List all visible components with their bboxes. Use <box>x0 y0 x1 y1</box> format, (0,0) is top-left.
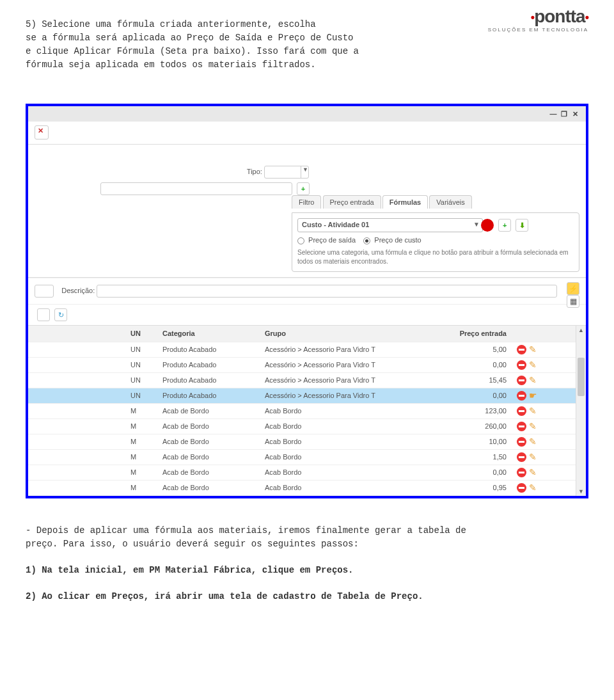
cell-grupo: Acab Bordo <box>265 407 425 415</box>
maximize-icon[interactable]: ❐ <box>560 110 569 118</box>
delete-icon[interactable] <box>517 406 526 416</box>
delete-icon[interactable] <box>517 376 526 385</box>
cell-grupo: Acessório > Acessorio Para Vidro T <box>265 376 425 384</box>
edit-icon[interactable] <box>529 376 539 385</box>
cancel-icon[interactable] <box>35 125 49 139</box>
table-row[interactable]: UNProduto AcabadoAcessório > Acessorio P… <box>28 342 586 358</box>
cell-grupo: Acessório > Acessorio Para Vidro T <box>265 392 425 399</box>
close-icon[interactable]: ✕ <box>571 110 579 118</box>
small-input[interactable] <box>35 285 54 298</box>
col-grupo[interactable]: Grupo <box>265 330 425 337</box>
col-un[interactable]: UN <box>124 330 162 337</box>
tab-filtro[interactable]: Filtro <box>292 195 321 209</box>
edit-icon[interactable] <box>529 452 539 462</box>
edit-icon[interactable] <box>529 360 539 370</box>
add-formula-icon[interactable]: + <box>498 219 511 232</box>
grid-icon[interactable] <box>567 295 579 308</box>
cell-preco: 123,00 <box>425 407 514 415</box>
cell-preco: 5,00 <box>425 346 514 353</box>
table-row[interactable]: UNProduto AcabadoAcessório > Acessorio P… <box>28 388 586 404</box>
cell-un: M <box>124 438 162 445</box>
radio-preco-custo[interactable] <box>363 237 370 244</box>
scrollbar-thumb[interactable] <box>578 358 585 396</box>
materials-grid: UN Categoria Grupo Preço entrada UNProdu… <box>28 326 586 496</box>
apply-formula-icon[interactable]: ⬇ <box>516 219 528 232</box>
cell-grupo: Acab Bordo <box>265 453 425 461</box>
add-icon[interactable]: + <box>297 182 310 195</box>
table-row[interactable]: MAcab de BordoAcab Bordo123,00 <box>28 404 586 419</box>
doc-step-2: 2) Ao clicar em Preços, irá abrir uma te… <box>26 590 588 603</box>
cell-un: UN <box>124 346 162 353</box>
cell-grupo: Acessório > Acessorio Para Vidro T <box>265 346 425 353</box>
refresh-icon[interactable] <box>54 308 67 321</box>
table-row[interactable]: MAcab de BordoAcab Bordo260,00 <box>28 419 586 434</box>
descricao-label: Descrição: <box>61 287 95 294</box>
cell-un: M <box>124 407 162 415</box>
cell-grupo: Acab Bordo <box>265 422 425 430</box>
table-row[interactable]: UNProduto AcabadoAcessório > Acessorio P… <box>28 373 586 388</box>
cell-un: UN <box>124 361 162 369</box>
delete-icon[interactable] <box>517 422 526 431</box>
cell-un: UN <box>124 392 162 399</box>
tipo-label: Tipo: <box>247 168 262 175</box>
cell-preco: 0,00 <box>425 468 514 476</box>
descricao-input[interactable] <box>97 285 557 298</box>
delete-icon[interactable] <box>517 468 526 477</box>
chevron-down-icon[interactable]: ▼ <box>473 221 480 228</box>
table-row[interactable]: UNProduto AcabadoAcessório > Acessorio P… <box>28 358 586 373</box>
table-row[interactable]: MAcab de BordoAcab Bordo1,50 <box>28 450 586 465</box>
chevron-down-icon[interactable]: ▼ <box>301 166 310 178</box>
cell-un: M <box>124 468 162 476</box>
tab-variaveis[interactable]: Variáveis <box>429 195 471 209</box>
cell-categoria: Acab de Bordo <box>162 407 265 415</box>
cell-un: M <box>124 484 162 491</box>
table-row[interactable]: MAcab de BordoAcab Bordo10,00 <box>28 434 586 450</box>
delete-icon[interactable] <box>517 360 526 370</box>
blank-tool-1[interactable] <box>37 308 50 321</box>
cell-categoria: Produto Acabado <box>162 346 265 353</box>
edit-icon[interactable] <box>529 345 539 354</box>
edit-icon[interactable] <box>529 406 539 416</box>
vertical-scrollbar[interactable]: ▲ ▼ <box>576 326 586 496</box>
doc-outro-1: - Depois de aplicar uma fórmula aos mate… <box>26 524 588 551</box>
col-preco-entrada[interactable]: Preço entrada <box>425 330 514 337</box>
edit-icon[interactable] <box>529 468 539 477</box>
formula-select[interactable]: Custo - Atividade 01 ▼ <box>297 218 483 232</box>
cell-categoria: Acab de Bordo <box>162 468 265 476</box>
delete-icon[interactable] <box>517 345 526 354</box>
tab-formulas[interactable]: Fórmulas <box>382 195 429 209</box>
edit-icon[interactable] <box>529 483 539 493</box>
minimize-icon[interactable]: — <box>549 110 558 118</box>
cell-un: UN <box>124 376 162 384</box>
edit-icon[interactable] <box>529 437 539 447</box>
cell-categoria: Acab de Bordo <box>162 438 265 445</box>
cell-preco: 15,45 <box>425 376 514 384</box>
delete-icon[interactable] <box>517 391 526 401</box>
radio-preco-saida[interactable] <box>297 237 304 244</box>
window-controls: — ❐ ✕ <box>28 106 586 122</box>
tab-body-formulas: Custo - Atividade 01 ▼ + ⬇ Preço de saíd… <box>292 212 579 272</box>
cell-categoria: Acab de Bordo <box>162 422 265 430</box>
col-categoria[interactable]: Categoria <box>162 330 265 337</box>
brand-name: pontta <box>488 6 588 27</box>
tab-preco-entrada[interactable]: Preço entrada <box>323 195 381 209</box>
delete-icon[interactable] <box>517 483 526 493</box>
cell-preco: 0,00 <box>425 361 514 369</box>
cell-preco: 0,00 <box>425 392 514 399</box>
table-row[interactable]: MAcab de BordoAcab Bordo0,95 <box>28 481 586 496</box>
blank-input-1[interactable] <box>100 182 292 195</box>
toolbar <box>28 122 586 145</box>
cell-grupo: Acab Bordo <box>265 484 425 491</box>
brand-tagline: SOLUÇÕES EM TECNOLOGIA <box>488 27 588 33</box>
edit-icon[interactable] <box>529 422 539 431</box>
helper-text: Selecione uma categoria, uma fórmula e c… <box>297 248 574 266</box>
cell-grupo: Acessório > Acessorio Para Vidro T <box>265 361 425 369</box>
app-screenshot: — ❐ ✕ Tipo: ▼ + Filtro <box>26 104 588 498</box>
tab-bar: Filtro Preço entrada Fórmulas Variáveis <box>292 195 579 209</box>
table-row[interactable]: MAcab de BordoAcab Bordo0,00 <box>28 465 586 481</box>
flash-icon[interactable]: ⚡ <box>567 282 579 295</box>
cell-grupo: Acab Bordo <box>265 468 425 476</box>
delete-icon[interactable] <box>517 452 526 462</box>
delete-icon[interactable] <box>517 437 526 447</box>
highlight-marker <box>481 219 494 232</box>
